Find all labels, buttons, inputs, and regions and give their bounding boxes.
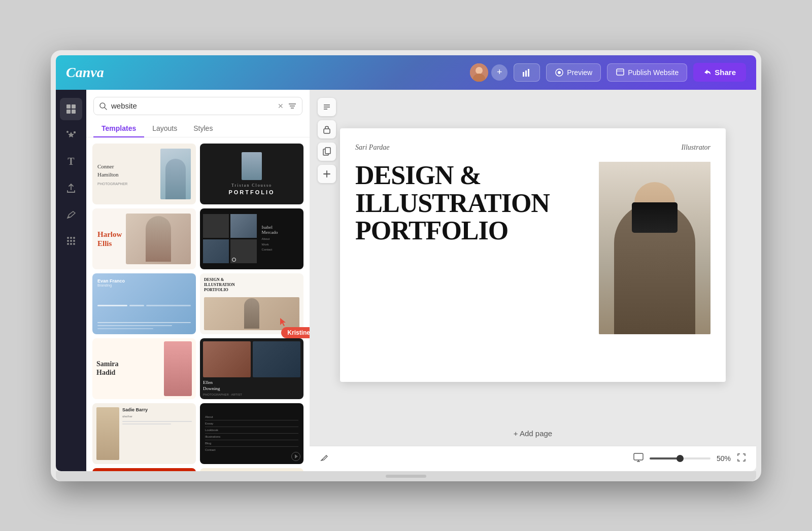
template-card-ellen[interactable]: EllenDowning PHOTOGRAPHER · ARTIST: [200, 338, 303, 399]
tab-templates[interactable]: Templates: [93, 120, 144, 137]
notes-tool[interactable]: [318, 98, 336, 116]
publish-label: Publish Website: [628, 68, 679, 77]
tab-layouts[interactable]: Layouts: [144, 120, 185, 137]
template-card-isabel[interactable]: IsabelMercado AboutWorkContact: [200, 208, 303, 269]
filter-icon[interactable]: [288, 101, 297, 111]
add-button[interactable]: +: [491, 64, 507, 81]
bar: [97, 305, 127, 306]
svg-rect-5: [528, 69, 529, 77]
preview-button[interactable]: Preview: [546, 63, 601, 82]
template-grid: ConnerHamilton PHOTOGRAPHER Tristan Clou…: [86, 137, 310, 471]
evan-subtitle: Branding: [97, 284, 191, 287]
fullscreen-icon[interactable]: [737, 453, 746, 464]
sadie-info: Sadie Barry she/her: [122, 407, 192, 460]
ellen-subtitle: PHOTOGRAPHER · ARTIST: [203, 393, 300, 396]
zoom-track[interactable]: [650, 457, 710, 459]
detail-line: [97, 328, 153, 329]
person-shape: [146, 216, 171, 262]
samira-name: SamiraHadid: [96, 360, 161, 377]
zoom-fill: [650, 457, 680, 459]
template-label: ConnerHamilton: [97, 162, 157, 179]
ellen-info: EllenDowning PHOTOGRAPHER · ARTIST: [203, 380, 300, 396]
template-card-social-media[interactable]: Looking for asocial mediawizard?: [92, 468, 196, 471]
avatar-button[interactable]: +: [470, 63, 507, 82]
zoom-thumb[interactable]: [676, 455, 684, 462]
sidebar-item-upload[interactable]: [60, 177, 82, 199]
search-area: ✕: [86, 90, 310, 115]
template-card-harlow-ellis[interactable]: HarlowEllis: [92, 208, 196, 269]
tab-styles[interactable]: Styles: [185, 120, 221, 137]
apps-icon: [65, 235, 77, 246]
bar: [129, 305, 144, 306]
svg-point-7: [558, 71, 561, 74]
template-card-conner-hamilton[interactable]: ConnerHamilton PHOTOGRAPHER: [92, 144, 196, 204]
svg-point-19: [67, 240, 69, 242]
analytics-button[interactable]: [514, 63, 540, 82]
harlow-name: HarlowEllis: [97, 230, 122, 248]
main-area: T: [56, 90, 756, 471]
template-bars: [97, 305, 191, 306]
template-info: IsabelMercado AboutWorkContact: [260, 223, 300, 255]
ellen-name: EllenDowning: [203, 380, 300, 392]
sidebar-item-elements[interactable]: [60, 124, 82, 147]
lock-tool[interactable]: [318, 120, 336, 138]
search-box[interactable]: ✕: [93, 97, 302, 115]
template-details: [97, 322, 191, 329]
sidebar-item-draw[interactable]: [60, 203, 82, 226]
sadie-chair-img: [96, 407, 119, 460]
search-input[interactable]: [111, 101, 274, 110]
sadie-pronoun: she/her: [122, 414, 192, 419]
bar: [146, 305, 191, 306]
share-button[interactable]: Share: [693, 63, 746, 82]
svg-rect-10: [66, 104, 71, 109]
clear-icon[interactable]: ✕: [278, 102, 284, 110]
play-triangle: [295, 454, 298, 458]
notes-icon: [322, 102, 331, 112]
bottom-bar: 50%: [310, 446, 756, 471]
svg-point-23: [70, 243, 72, 245]
copy-tool[interactable]: [318, 143, 336, 161]
tabs-row: Templates Layouts Styles: [86, 115, 310, 137]
svg-point-14: [66, 131, 69, 133]
svg-rect-35: [325, 148, 330, 154]
svg-point-24: [73, 243, 75, 245]
template-name-section: HarlowEllis: [97, 230, 122, 248]
svg-rect-15: [74, 131, 76, 133]
template-card-evan[interactable]: Evan Franco Branding: [92, 273, 196, 334]
sidebar-item-apps[interactable]: [60, 230, 82, 252]
copy-icon: [323, 147, 331, 156]
sidebar-item-panels[interactable]: [60, 98, 82, 120]
isabel-links: AboutWorkContact: [262, 236, 298, 253]
user-avatar: [470, 63, 488, 82]
menu-item-essay: Essay: [205, 420, 298, 427]
zoom-bar: [650, 457, 710, 459]
add-tool[interactable]: [318, 165, 336, 183]
sidebar-item-text[interactable]: T: [60, 151, 82, 173]
title-line-3: PORTFOLIO: [355, 216, 508, 245]
svg-point-20: [70, 240, 72, 242]
template-card-design-illustration[interactable]: DESIGN &ILLUSTRATIONPORTFOLIO Kristine: [200, 273, 303, 334]
template-header: Evan Franco Branding: [97, 278, 191, 287]
ellen-photos: [203, 341, 300, 378]
edit-icon[interactable]: [320, 453, 329, 464]
template-card-tristan[interactable]: Tristan Clousso PORTFOLIO: [200, 144, 303, 204]
laptop-notch: [386, 475, 426, 478]
monitor-icon[interactable]: [633, 453, 644, 464]
preview-icon: [555, 68, 564, 77]
bottom-left: [320, 453, 329, 464]
template-card-menu[interactable]: About Essay Lookbook Illustrations Blog …: [200, 403, 303, 464]
template-card-space-play[interactable]: Flowers & Spaces Inc. A space forwork, a…: [200, 468, 303, 471]
draw-icon: [65, 209, 77, 220]
laptop-screen: Canva +: [56, 55, 756, 471]
menu-item-contact: Contact: [205, 447, 298, 453]
sadie-line: [122, 421, 192, 422]
template-card-sadie[interactable]: Sadie Barry she/her: [92, 403, 196, 464]
publish-button[interactable]: Publish Website: [607, 63, 687, 82]
play-btn: [291, 452, 300, 461]
template-card-samira[interactable]: SamiraHadid: [92, 338, 196, 399]
add-page-bar[interactable]: + Add page: [310, 421, 756, 446]
template-subtitle: PHOTOGRAPHER: [97, 182, 157, 186]
person-shape: [165, 159, 186, 199]
canvas-toolbar: [318, 98, 336, 183]
template-image: [160, 149, 191, 199]
